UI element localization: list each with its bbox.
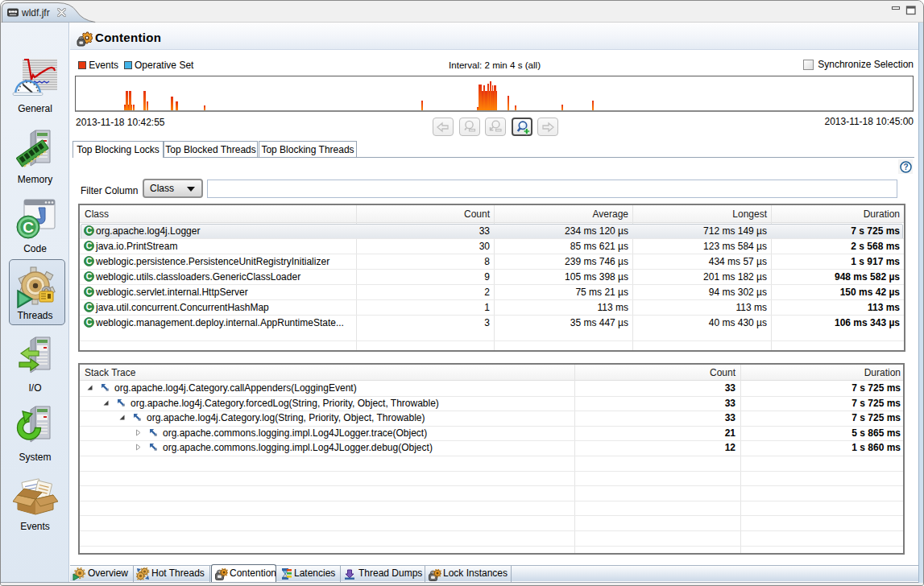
svg-text:?: ? <box>903 163 908 171</box>
svg-text:C: C <box>86 287 93 296</box>
svg-text:C: C <box>86 317 93 327</box>
svg-text:C: C <box>86 241 93 250</box>
svg-text:C: C <box>86 225 93 235</box>
svg-text:C: C <box>23 219 34 236</box>
svg-text:C: C <box>86 256 93 266</box>
svg-text:C: C <box>86 302 93 312</box>
svg-text:C: C <box>86 271 93 281</box>
